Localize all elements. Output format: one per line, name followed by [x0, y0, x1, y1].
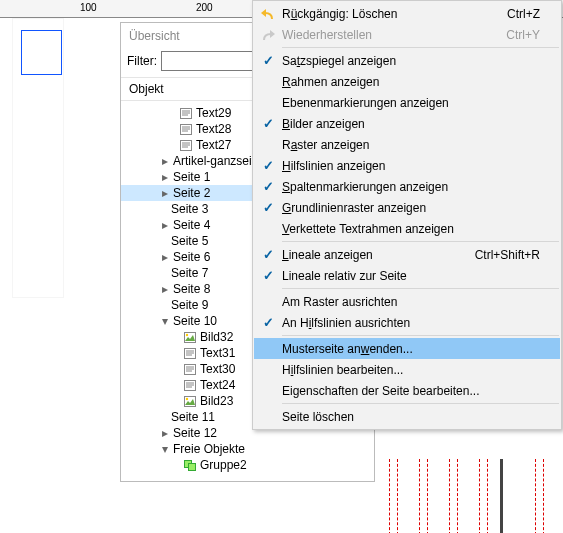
menu-label: An Hilfslinien ausrichten — [282, 316, 540, 330]
tree-label: Seite 8 — [173, 282, 210, 296]
menu-ebenen[interactable]: Ebenenmarkierungen anzeigen — [254, 92, 560, 113]
check-icon — [254, 268, 282, 283]
menu-label: Hilfslinien bearbeiten... — [282, 363, 540, 377]
check-icon — [254, 116, 282, 131]
menu-label: Spaltenmarkierungen anzeigen — [282, 180, 540, 194]
menu-shortcut: Ctrl+Y — [496, 28, 540, 42]
text-frame-icon — [179, 107, 193, 119]
tree-label: Bild23 — [200, 394, 233, 408]
guide-area — [385, 459, 563, 533]
tree-label: Text24 — [200, 378, 235, 392]
menu-label: Lineale relativ zur Seite — [282, 269, 540, 283]
check-icon — [254, 200, 282, 215]
group-icon — [183, 459, 197, 471]
menu-label: Wiederherstellen — [282, 28, 496, 42]
tree-label: Seite 5 — [171, 234, 208, 248]
redo-icon — [254, 28, 282, 42]
chevron-right-icon[interactable]: ▸ — [159, 155, 171, 167]
menu-label: Rückgängig: Löschen — [282, 7, 497, 21]
check-icon — [254, 53, 282, 68]
check-icon — [254, 158, 282, 173]
menu-shortcut: Ctrl+Shift+R — [465, 248, 540, 262]
menu-eigenschaften[interactable]: Eigenschaften der Seite bearbeiten... — [254, 380, 560, 401]
svg-point-14 — [186, 333, 188, 335]
menu-hilfslinien-bearbeiten[interactable]: Hilfslinien bearbeiten... — [254, 359, 560, 380]
menu-label: Rahmen anzeigen — [282, 75, 540, 89]
ruler-tick: 200 — [196, 2, 213, 13]
menu-shortcut: Ctrl+Z — [497, 7, 540, 21]
check-icon — [254, 179, 282, 194]
menu-spalten[interactable]: Spaltenmarkierungen anzeigen — [254, 176, 560, 197]
menu-rahmen[interactable]: Rahmen anzeigen — [254, 71, 560, 92]
filter-label: Filter: — [127, 54, 157, 68]
menu-label: Hilfslinien anzeigen — [282, 159, 540, 173]
menu-label: Eigenschaften der Seite bearbeiten... — [282, 384, 540, 398]
tree-label: Text30 — [200, 362, 235, 376]
menu-undo[interactable]: Rückgängig: Löschen Ctrl+Z — [254, 3, 560, 24]
menu-an-hilfslinien[interactable]: An Hilfslinien ausrichten — [254, 312, 560, 333]
menu-raster[interactable]: Raster anzeigen — [254, 134, 560, 155]
tree-label: Seite 3 — [171, 202, 208, 216]
menu-label: Grundlinienraster anzeigen — [282, 201, 540, 215]
tree-item-freie-objekte[interactable]: ▾Freie Objekte — [121, 441, 374, 457]
tree-label: Text31 — [200, 346, 235, 360]
menu-grundlinien[interactable]: Grundlinienraster anzeigen — [254, 197, 560, 218]
menu-label: Bilder anzeigen — [282, 117, 540, 131]
menu-verkettete[interactable]: Verkettete Textrahmen anzeigen — [254, 218, 560, 239]
menu-lineale-relativ[interactable]: Lineale relativ zur Seite — [254, 265, 560, 286]
ruler-tick: 100 — [80, 2, 97, 13]
chevron-down-icon[interactable]: ▾ — [159, 315, 171, 327]
chevron-down-icon[interactable]: ▾ — [159, 443, 171, 455]
menu-separator — [282, 403, 559, 404]
chevron-right-icon[interactable]: ▸ — [159, 171, 171, 183]
menu-separator — [282, 241, 559, 242]
menu-label: Raster anzeigen — [282, 138, 540, 152]
menu-label: Seite löschen — [282, 410, 540, 424]
chevron-right-icon[interactable]: ▸ — [159, 283, 171, 295]
check-icon — [254, 315, 282, 330]
menu-redo: Wiederherstellen Ctrl+Y — [254, 24, 560, 45]
menu-lineale[interactable]: Lineale anzeigenCtrl+Shift+R — [254, 244, 560, 265]
menu-am-raster[interactable]: Am Raster ausrichten — [254, 291, 560, 312]
tree-label: Seite 12 — [173, 426, 217, 440]
tree-label: Seite 4 — [173, 218, 210, 232]
menu-seite-loeschen[interactable]: Seite löschen — [254, 406, 560, 427]
menu-separator — [282, 288, 559, 289]
tree-label: Bild32 — [200, 330, 233, 344]
text-frame-icon — [179, 139, 193, 151]
tree-item-gruppe2[interactable]: Gruppe2 — [121, 457, 374, 473]
tree-label: Seite 9 — [171, 298, 208, 312]
tree-label: Text29 — [196, 106, 231, 120]
chevron-right-icon[interactable]: ▸ — [159, 219, 171, 231]
image-frame-icon — [183, 395, 197, 407]
menu-separator — [282, 47, 559, 48]
text-frame-icon — [183, 363, 197, 375]
menu-label: Verkettete Textrahmen anzeigen — [282, 222, 540, 236]
text-frame-icon — [183, 379, 197, 391]
tree-label: Seite 2 — [173, 186, 210, 200]
tree-label: Gruppe2 — [200, 458, 247, 472]
object-frame — [21, 30, 62, 75]
tree-label: Artikel-ganzseitig — [173, 154, 264, 168]
chevron-right-icon[interactable]: ▸ — [159, 251, 171, 263]
text-frame-icon — [179, 123, 193, 135]
tree-label: Seite 7 — [171, 266, 208, 280]
chevron-right-icon[interactable]: ▸ — [159, 427, 171, 439]
tree-label: Text28 — [196, 122, 231, 136]
menu-separator — [282, 335, 559, 336]
menu-hilfslinien[interactable]: Hilfslinien anzeigen — [254, 155, 560, 176]
menu-label: Ebenenmarkierungen anzeigen — [282, 96, 540, 110]
menu-satzspiegel[interactable]: Satzspiegel anzeigen — [254, 50, 560, 71]
chevron-right-icon[interactable]: ▸ — [159, 187, 171, 199]
menu-musterseite-anwenden[interactable]: Musterseite anwenden... — [254, 338, 560, 359]
image-frame-icon — [183, 331, 197, 343]
menu-bilder[interactable]: Bilder anzeigen — [254, 113, 560, 134]
text-frame-icon — [183, 347, 197, 359]
undo-icon — [254, 7, 282, 21]
check-icon — [254, 247, 282, 262]
tree-label: Seite 6 — [173, 250, 210, 264]
svg-rect-31 — [189, 463, 196, 470]
menu-label: Satzspiegel anzeigen — [282, 54, 540, 68]
tree-label: Freie Objekte — [173, 442, 245, 456]
svg-point-29 — [186, 397, 188, 399]
